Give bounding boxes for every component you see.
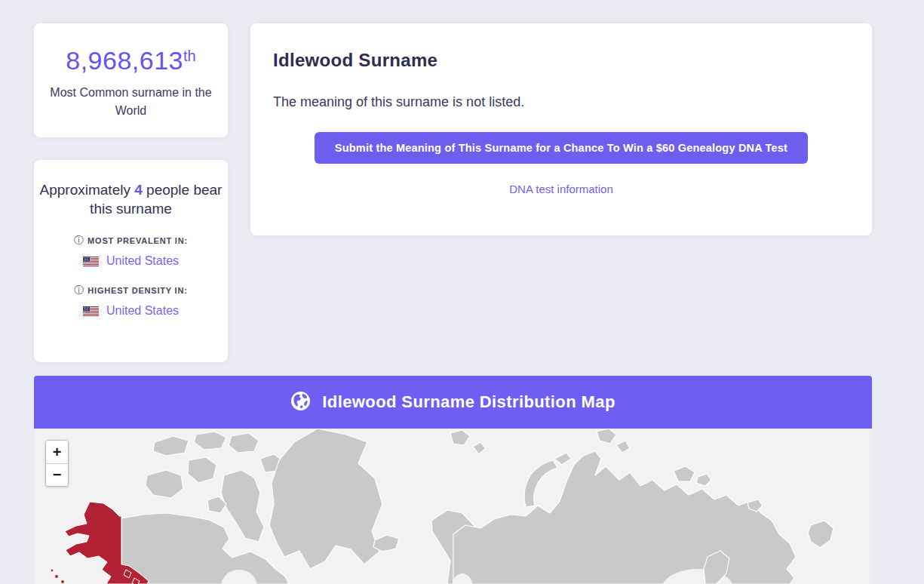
population-headline: Approximately 4 people bear this surname: [34, 180, 228, 218]
dna-test-information-link[interactable]: DNA test information: [509, 183, 613, 195]
population-card: Approximately 4 people bear this surname…: [34, 160, 228, 362]
most-prevalent-value-row: United States: [34, 254, 228, 268]
surname-page: { "colors": { "page_background": "#ebebf…: [0, 0, 924, 584]
zoom-in-button[interactable]: +: [46, 441, 68, 463]
us-flag-icon: [83, 257, 99, 266]
map-region-greenland: [269, 429, 382, 569]
info-icon[interactable]: ⓘ: [74, 234, 84, 247]
distribution-map-title: Idlewood Surname Distribution Map: [322, 392, 615, 412]
most-prevalent-label-row: ⓘ MOST PREVALENT IN:: [34, 234, 228, 247]
rank-caption: Most Common surname in the World: [34, 84, 228, 120]
map-region-canada: [121, 513, 289, 584]
most-prevalent-section: ⓘ MOST PREVALENT IN:: [34, 234, 228, 268]
surname-detail-card: Idlewood Surname The meaning of this sur…: [250, 23, 872, 235]
world-rank-card: 8,968,613th Most Common surname in the W…: [34, 23, 228, 137]
dna-link-row: DNA test information: [273, 183, 849, 196]
most-prevalent-label: MOST PREVALENT IN:: [87, 236, 188, 245]
highest-density-value-row: United States: [34, 304, 228, 318]
rank-number-line: 8,968,613th: [34, 46, 228, 75]
map-zoom-control: + −: [45, 440, 69, 487]
info-icon[interactable]: ⓘ: [74, 284, 84, 297]
page-title: Idlewood Surname: [273, 50, 849, 71]
submit-meaning-button[interactable]: Submit the Meaning of This Surname for a…: [315, 132, 808, 164]
us-flag-icon: [83, 306, 99, 316]
population-count: 4: [134, 182, 143, 198]
rank-number: 8,968,613: [66, 46, 183, 75]
population-headline-prefix: Approximately: [40, 182, 135, 198]
map-region-iceland: [373, 535, 399, 552]
map-region-russia: [453, 451, 796, 584]
most-prevalent-country-link[interactable]: United States: [106, 254, 179, 268]
globe-icon: [290, 391, 311, 414]
zoom-out-button[interactable]: −: [46, 463, 68, 486]
rank-ordinal-suffix: th: [183, 48, 196, 64]
surname-meaning-text: The meaning of this surname is not liste…: [273, 94, 849, 110]
highest-density-section: ⓘ HIGHEST DENSITY IN:: [34, 284, 228, 318]
world-distribution-map[interactable]: + −: [34, 429, 872, 584]
world-map-svg[interactable]: [34, 429, 872, 584]
highest-density-country-link[interactable]: United States: [106, 304, 179, 318]
submit-row: Submit the Meaning of This Surname for a…: [273, 132, 849, 164]
highest-density-label-row: ⓘ HIGHEST DENSITY IN:: [34, 284, 228, 297]
highest-density-label: HIGHEST DENSITY IN:: [87, 286, 187, 295]
distribution-map-header: Idlewood Surname Distribution Map: [34, 376, 872, 429]
